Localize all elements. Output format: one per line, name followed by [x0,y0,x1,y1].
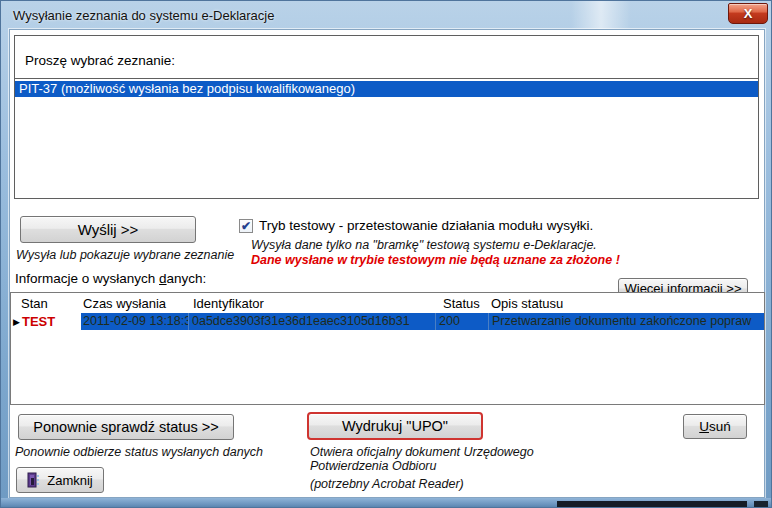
cell-stan: ▶ TEST [11,313,81,330]
test-mode-label[interactable]: Tryb testowy - przetestowanie działania … [259,218,593,233]
test-mode-note: Wysyła dane tylko na "bramkę" testową sy… [251,238,597,252]
sent-info-label: Informacje o wysłanych danych: [15,271,206,286]
delete-button[interactable]: Usuń [683,414,747,439]
send-button[interactable]: Wyślij >> [20,216,196,243]
cell-opis: Przetwarzanie dokumentu zakończone popra… [489,313,764,330]
dialog-client-area: Proszę wybrać zeznanie: PIT-37 (możliwoś… [9,29,765,498]
cell-czas: 2011-02-09 13:18:3 [81,313,189,330]
table-row[interactable]: ▶ TEST 2011-02-09 13:18:3 0a5dce3903f31e… [11,313,764,330]
table-header-row: Stan Czas wysłania Identyfikator Status … [11,293,764,313]
cell-identyfikator: 0a5dce3903f31e36d1eaec3105d16b31 [189,313,436,330]
cell-status: 200 [436,313,489,330]
column-header-czas[interactable]: Czas wysłania [81,296,189,311]
window-title: Wysyłanie zeznania do systemu e-Deklarac… [13,8,274,23]
row-marker-icon: ▶ [11,314,22,330]
stan-value: TEST [22,314,55,330]
print-upo-caption-2: Potwierdzenia Odbioru [310,459,436,473]
print-upo-button[interactable]: Wydrukuj "UPO" [307,412,483,440]
column-header-identyfikator[interactable]: Identyfikator [189,296,436,311]
test-mode-checkbox[interactable]: ✔ [239,219,253,233]
checkmark-icon: ✔ [241,219,251,233]
column-header-status[interactable]: Status [436,296,489,311]
background-shadow [557,501,747,508]
select-declaration-label: Proszę wybrać zeznanie: [25,53,175,68]
sent-data-table: Stan Czas wysłania Identyfikator Status … [10,292,765,405]
check-status-button[interactable]: Ponownie sprawdź status >> [18,414,234,440]
declaration-selection-group: Proszę wybrać zeznanie: PIT-37 (możliwoś… [14,35,759,199]
background-shadow [754,501,768,508]
list-item-pit37[interactable]: PIT-37 (możliwość wysłania bez podpisu k… [15,81,758,97]
print-upo-caption-3: (potrzebny Acrobat Reader) [310,477,464,491]
check-status-caption: Ponownie odbierze status wysłanych danyc… [15,445,263,459]
column-header-opis[interactable]: Opis statusu [489,296,764,311]
exit-door-icon [27,472,42,488]
column-header-stan[interactable]: Stan [11,296,81,311]
window-bottom-border [1,498,772,508]
close-dialog-label: Zamknij [47,473,93,488]
close-icon: X [744,6,753,21]
declaration-listbox[interactable]: PIT-37 (możliwość wysłania bez podpisu k… [15,78,758,198]
dialog-window: Wysyłanie zeznania do systemu e-Deklarac… [0,0,772,508]
send-caption: Wysyła lub pokazuje wybrane zeznanie [16,248,234,262]
close-window-button[interactable]: X [728,3,768,24]
print-upo-caption-1: Otwiera oficjalny dokument Urzędowego [310,445,534,459]
test-mode-warning: Dane wysłane w trybie testowym nie będą … [251,253,620,267]
close-dialog-button[interactable]: Zamknij [16,467,104,493]
